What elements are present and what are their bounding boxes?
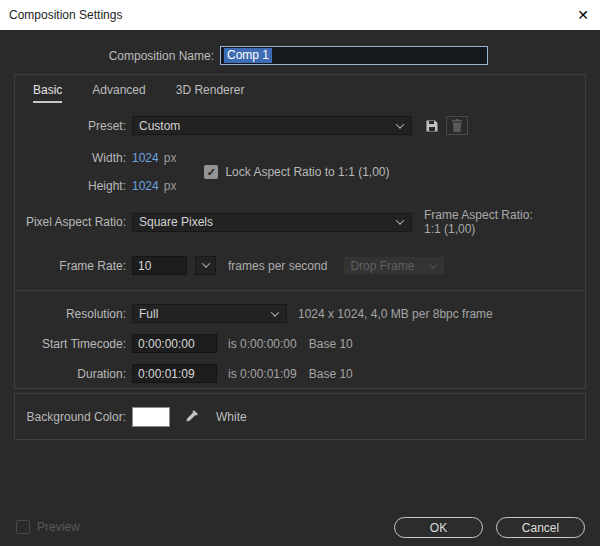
background-color-swatch[interactable] — [132, 407, 170, 427]
composition-name-row: Composition Name: Comp 1 — [0, 46, 600, 65]
duration-input[interactable]: 0:00:01:09 — [132, 364, 217, 383]
timecode-base-value: Drop Frame — [350, 259, 414, 273]
resolution-info: 1024 x 1024, 4,0 MB per 8bpc frame — [298, 307, 493, 321]
start-timecode-is: is 0:00:00:00 — [228, 337, 297, 351]
save-icon — [424, 118, 440, 134]
chevron-down-icon — [396, 216, 404, 224]
resolution-value: Full — [139, 307, 158, 321]
composition-settings-dialog: Composition Settings ✕ Composition Name:… — [0, 0, 600, 546]
width-row: Width: 1024 px — [15, 148, 176, 167]
start-timecode-label: Start Timecode: — [15, 337, 126, 351]
resolution-row: Resolution: Full 1024 x 1024, 4,0 MB per… — [15, 304, 585, 323]
start-timecode-value: 0:00:00:00 — [138, 337, 195, 351]
frame-aspect-ratio-value: 1:1 (1,00) — [424, 222, 533, 236]
frame-rate-row: Frame Rate: 10 frames per second Drop Fr… — [15, 256, 585, 275]
checkbox-unchecked-icon — [16, 520, 30, 534]
title-bar: Composition Settings ✕ — [0, 0, 600, 30]
delete-preset-button — [446, 116, 468, 135]
height-value[interactable]: 1024 — [132, 179, 159, 193]
composition-name-value: Comp 1 — [224, 48, 272, 63]
separator — [15, 290, 585, 291]
preview-label: Preview — [37, 520, 80, 534]
height-label: Height: — [15, 179, 126, 193]
checkbox-checked-icon: ✓ — [204, 165, 218, 179]
eyedropper-icon — [184, 409, 199, 424]
frame-rate-value: 10 — [138, 259, 151, 273]
height-row: Height: 1024 px — [15, 176, 176, 195]
tab-basic[interactable]: Basic — [33, 83, 62, 103]
preset-label: Preset: — [15, 119, 126, 133]
timecode-base-dropdown: Drop Frame — [343, 256, 445, 275]
preset-dropdown[interactable]: Custom — [132, 116, 412, 135]
resolution-label: Resolution: — [15, 307, 126, 321]
duration-info: is 0:00:01:09Base 10 — [228, 367, 353, 381]
height-unit: px — [164, 179, 177, 193]
background-color-label: Background Color: — [15, 410, 126, 424]
tab-advanced[interactable]: Advanced — [92, 83, 145, 103]
start-timecode-info: is 0:00:00:00Base 10 — [228, 337, 353, 351]
save-preset-button[interactable] — [424, 118, 440, 134]
frame-aspect-ratio-label: Frame Aspect Ratio: — [424, 208, 533, 222]
frame-rate-label: Frame Rate: — [15, 259, 126, 273]
width-value[interactable]: 1024 — [132, 151, 159, 165]
duration-label: Duration: — [15, 367, 126, 381]
frame-rate-input[interactable]: 10 — [132, 256, 187, 275]
trash-icon — [451, 119, 463, 132]
preset-value: Custom — [139, 119, 180, 133]
duration-row: Duration: 0:00:01:09 is 0:00:01:09Base 1… — [15, 364, 585, 383]
eyedropper-button[interactable] — [180, 407, 202, 427]
start-timecode-input[interactable]: 0:00:00:00 — [132, 334, 217, 353]
background-color-panel: Background Color: White — [14, 393, 586, 440]
duration-is: is 0:00:01:09 — [228, 367, 297, 381]
preview-checkbox[interactable]: Preview — [16, 520, 80, 534]
chevron-down-icon — [429, 260, 437, 268]
tab-3d-renderer[interactable]: 3D Renderer — [176, 83, 245, 103]
pixel-aspect-ratio-row: Pixel Aspect Ratio: Square Pixels Frame … — [15, 208, 585, 236]
tab-bar: Basic Advanced 3D Renderer — [15, 75, 585, 103]
size-column: Width: 1024 px Height: 1024 px — [15, 148, 176, 195]
chevron-down-icon — [271, 308, 279, 316]
ok-button[interactable]: OK — [394, 517, 483, 538]
frame-rate-dropdown-button[interactable] — [195, 256, 216, 275]
lock-aspect-label: Lock Aspect Ratio to 1:1 (1,00) — [225, 165, 389, 179]
composition-name-input[interactable]: Comp 1 — [220, 46, 488, 65]
duration-base: Base 10 — [309, 367, 353, 381]
start-timecode-base: Base 10 — [309, 337, 353, 351]
pixel-aspect-ratio-value: Square Pixels — [139, 215, 213, 229]
frame-rate-suffix: frames per second — [228, 259, 327, 273]
resolution-dropdown[interactable]: Full — [132, 304, 287, 323]
frame-aspect-ratio-block: Frame Aspect Ratio: 1:1 (1,00) — [424, 208, 533, 236]
dialog-title: Composition Settings — [9, 0, 122, 30]
background-color-name: White — [216, 410, 247, 424]
basic-settings-panel: Basic Advanced 3D Renderer Preset: Custo… — [14, 74, 586, 389]
chevron-down-icon — [396, 120, 404, 128]
close-icon[interactable]: ✕ — [577, 0, 589, 30]
pixel-aspect-ratio-label: Pixel Aspect Ratio: — [15, 215, 126, 229]
start-timecode-row: Start Timecode: 0:00:00:00 is 0:00:00:00… — [15, 334, 585, 353]
cancel-button[interactable]: Cancel — [496, 517, 585, 538]
pixel-aspect-ratio-dropdown[interactable]: Square Pixels — [132, 213, 412, 232]
lock-aspect-checkbox[interactable]: ✓ Lock Aspect Ratio to 1:1 (1,00) — [204, 165, 389, 179]
background-color-row: Background Color: White — [15, 407, 585, 427]
preset-row: Preset: Custom — [15, 116, 585, 135]
width-label: Width: — [15, 151, 126, 165]
width-unit: px — [164, 151, 177, 165]
chevron-down-icon — [201, 259, 209, 267]
size-block: Width: 1024 px Height: 1024 px ✓ Lock As… — [15, 148, 585, 195]
duration-value: 0:00:01:09 — [138, 367, 195, 381]
composition-name-label: Composition Name: — [0, 49, 214, 63]
